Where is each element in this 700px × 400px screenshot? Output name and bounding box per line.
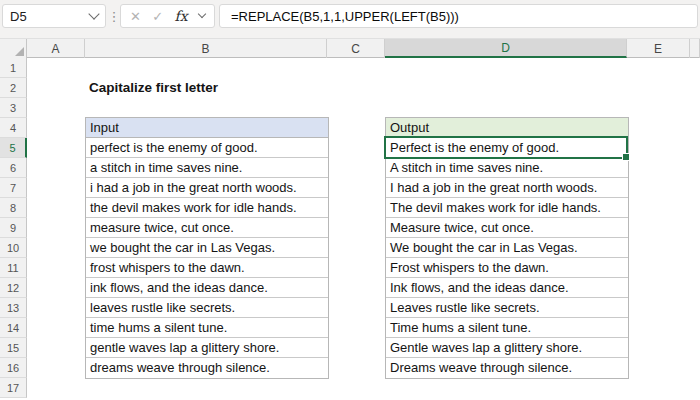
output-cell[interactable]: Leaves rustle like secrets. [386,298,628,318]
row-header-17[interactable]: 17 [0,378,27,398]
row-header-2[interactable]: 2 [0,78,27,98]
output-cell[interactable]: Perfect is the enemy of good. [386,138,628,158]
row-header-12[interactable]: 12 [0,278,27,298]
output-table: OutputPerfect is the enemy of good.A sti… [385,117,629,379]
column-header-A[interactable]: A [27,39,85,58]
input-cell[interactable]: the devil makes work for idle hands. [86,198,328,218]
input-cell[interactable]: leaves rustle like secrets. [86,298,328,318]
row-header-3[interactable]: 3 [0,98,27,118]
formula-bar-resize-handle[interactable]: ⋮ [109,4,119,28]
column-header-C[interactable]: C [327,39,385,58]
output-cell[interactable]: Ink flows, and the ideas dance. [386,278,628,298]
column-header-D[interactable]: D [385,39,627,58]
select-all-button[interactable] [0,39,27,58]
column-header-E[interactable]: E [627,39,690,58]
row-header-15[interactable]: 15 [0,338,27,358]
input-header-cell[interactable]: Input [86,118,328,138]
input-table: Inputperfect is the enemy of good.a stit… [85,117,329,379]
column-headers: ABCDE [0,38,700,58]
output-cell[interactable]: Measure twice, cut once. [386,218,628,238]
formula-bar[interactable]: =REPLACE(B5,1,1,UPPER(LEFT(B5))) [219,4,698,28]
formula-bar-chrome: D5 ⋮ ✕ ✓ fx =REPLACE(B5,1,1,UPPER(LEFT(B… [0,0,700,38]
input-cell[interactable]: we bought the car in Las Vegas. [86,238,328,258]
insert-function-icon[interactable]: fx [175,9,188,23]
input-cell[interactable]: gentle waves lap a glittery shore. [86,338,328,358]
output-cell[interactable]: We bought the car in Las Vegas. [386,238,628,258]
chevron-down-icon[interactable] [88,8,99,19]
row-header-16[interactable]: 16 [0,358,27,378]
output-cell[interactable]: I had a job in the great north woods. [386,178,628,198]
row-header-13[interactable]: 13 [0,298,27,318]
row-header-10[interactable]: 10 [0,238,27,258]
name-box-value: D5 [10,9,27,24]
input-cell[interactable]: time hums a silent tune. [86,318,328,338]
fill-handle[interactable] [622,153,630,161]
output-cell[interactable]: Time hums a silent tune. [386,318,628,338]
output-cell[interactable]: Dreams weave through silence. [386,358,628,378]
input-cell[interactable]: frost whispers to the dawn. [86,258,328,278]
input-cell[interactable]: ink flows, and the ideas dance. [86,278,328,298]
name-box[interactable]: D5 [2,4,106,28]
cancel-icon[interactable]: ✕ [130,10,141,23]
row-header-1[interactable]: 1 [0,58,27,78]
formula-text: =REPLACE(B5,1,1,UPPER(LEFT(B5))) [231,9,459,24]
column-header-B[interactable]: B [85,39,327,58]
input-cell[interactable]: measure twice, cut once. [86,218,328,238]
row-header-8[interactable]: 8 [0,198,27,218]
input-cell[interactable]: perfect is the enemy of good. [86,138,328,158]
row-header-4[interactable]: 4 [0,118,27,138]
input-cell[interactable]: i had a job in the great north woods. [86,178,328,198]
output-cell[interactable]: Gentle waves lap a glittery shore. [386,338,628,358]
row-header-6[interactable]: 6 [0,158,27,178]
output-header-cell[interactable]: Output [386,118,628,138]
row-header-9[interactable]: 9 [0,218,27,238]
output-cell[interactable]: The devil makes work for idle hands. [386,198,628,218]
column-header-filler[interactable] [690,39,700,58]
enter-icon[interactable]: ✓ [152,10,163,23]
row-header-7[interactable]: 7 [0,178,27,198]
row-header-14[interactable]: 14 [0,318,27,338]
input-cell[interactable]: a stitch in time saves nine. [86,158,328,178]
output-cell[interactable]: A stitch in time saves nine. [386,158,628,178]
select-all-triangle-icon [15,47,24,56]
sheet-title-cell[interactable]: Capitalize first letter [89,78,218,98]
chevron-down-icon[interactable] [198,10,206,18]
row-header-5[interactable]: 5 [0,138,27,158]
input-cell[interactable]: dreams weave through silence. [86,358,328,378]
formula-actions: ✕ ✓ fx [120,4,215,28]
row-header-11[interactable]: 11 [0,258,27,278]
output-cell[interactable]: Frost whispers to the dawn. [386,258,628,278]
